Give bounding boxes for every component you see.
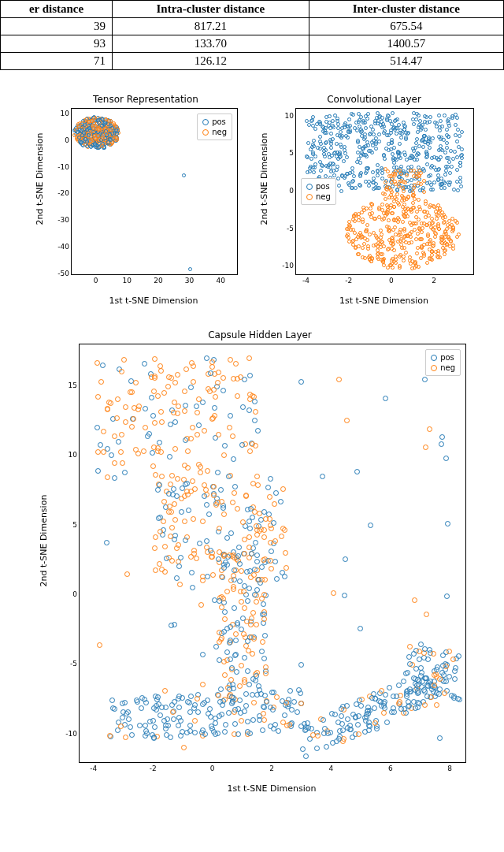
scatter-point: [451, 225, 455, 229]
scatter-point: [309, 157, 313, 161]
scatter-point: [157, 482, 162, 488]
scatter-point: [385, 225, 389, 229]
legend: posneg: [425, 349, 461, 376]
scatter-point: [342, 159, 346, 163]
scatter-point: [398, 255, 402, 259]
scatter-point: [409, 169, 413, 173]
scatter-point: [112, 706, 117, 712]
scatter-point: [405, 173, 409, 177]
scatter-point: [185, 699, 191, 705]
scatter-point: [361, 246, 365, 250]
scatter-point: [254, 552, 260, 558]
th-1: er distance: [1, 1, 113, 18]
scatter-point: [445, 146, 449, 150]
scatter-point: [220, 375, 226, 381]
ylabel: 2nd t-SNE Dimension: [39, 493, 49, 587]
legend-marker-neg: [306, 194, 313, 200]
scatter-point: [386, 247, 390, 251]
scatter-point: [431, 188, 435, 192]
scatter-point: [384, 180, 387, 184]
scatter-point: [436, 224, 440, 228]
scatter-point: [254, 673, 259, 679]
scatter-point: [196, 422, 202, 428]
scatter-point: [452, 676, 458, 682]
scatter-point: [439, 434, 445, 440]
scatter-point: [175, 372, 180, 378]
scatter-point: [245, 668, 250, 674]
scatter-point: [218, 487, 224, 493]
scatter-point: [188, 694, 194, 699]
scatter-point: [369, 206, 372, 210]
scatter-point: [176, 542, 181, 548]
scatter-point: [261, 592, 267, 597]
scatter-point: [328, 162, 332, 166]
scatter-point: [352, 174, 356, 178]
scatter-point: [343, 556, 348, 562]
scatter-point: [182, 519, 187, 524]
scatter-point: [245, 507, 250, 512]
scatter-point: [358, 626, 363, 631]
scatter-point: [415, 251, 419, 255]
scatter-point: [208, 548, 213, 553]
scatter-point: [255, 428, 261, 433]
scatter-point: [229, 701, 235, 706]
legend-label: pos: [440, 352, 454, 363]
scatter-point: [100, 144, 104, 148]
scatter-point: [372, 696, 378, 701]
scatter-point: [447, 156, 450, 160]
scatter-point: [232, 721, 238, 727]
scatter-point: [343, 125, 346, 129]
scatter-point: [222, 672, 228, 678]
scatter-point: [178, 555, 183, 560]
scatter-point: [215, 470, 220, 475]
scatter-point: [235, 393, 240, 399]
scatter-point: [283, 550, 288, 556]
scatter-point: [377, 140, 381, 143]
scatter-point: [207, 706, 213, 712]
scatter-point: [377, 186, 381, 190]
scatter-point: [365, 223, 369, 227]
scatter-point: [365, 117, 369, 121]
scatter-point: [378, 699, 384, 705]
scatter-point: [240, 404, 246, 410]
scatter-point: [152, 420, 158, 426]
scatter-point: [241, 589, 246, 594]
scatter-point: [367, 184, 371, 188]
scatter-point: [145, 433, 150, 439]
legend-marker-neg: [431, 365, 437, 371]
scatter-point: [198, 470, 203, 475]
scatter-point: [159, 474, 165, 479]
scatter-point: [182, 463, 187, 468]
scatter-point: [423, 445, 428, 450]
scatter-point: [423, 210, 427, 214]
scatter-point: [414, 221, 418, 225]
scatter-point: [305, 119, 309, 123]
scatter-point: [190, 585, 195, 590]
scatter-point: [200, 701, 206, 707]
scatter-point: [262, 693, 268, 698]
scatter-point: [347, 117, 351, 121]
scatter-point: [329, 142, 333, 146]
scatter-point: [119, 369, 124, 374]
scatter-point: [158, 449, 164, 455]
scatter-point: [417, 198, 421, 202]
scatter-point: [235, 731, 241, 737]
scatter-point: [95, 449, 101, 455]
scatter-point: [390, 122, 394, 126]
scatter-point: [265, 485, 271, 490]
scatter-point: [404, 251, 408, 255]
scatter-point: [335, 165, 339, 169]
scatter-point: [336, 177, 340, 180]
scatter-point: [386, 210, 390, 214]
scatter-point: [204, 502, 209, 508]
scatter-point: [187, 709, 193, 715]
scatter-point: [222, 552, 228, 558]
scatter-point: [422, 702, 428, 708]
scatter-point: [240, 616, 246, 621]
scatter-point: [323, 154, 327, 158]
scatter-point: [427, 174, 431, 178]
scatter-point: [89, 145, 93, 149]
scatter-point: [235, 553, 241, 559]
scatter-point: [392, 166, 396, 169]
scatter-point: [85, 144, 89, 148]
